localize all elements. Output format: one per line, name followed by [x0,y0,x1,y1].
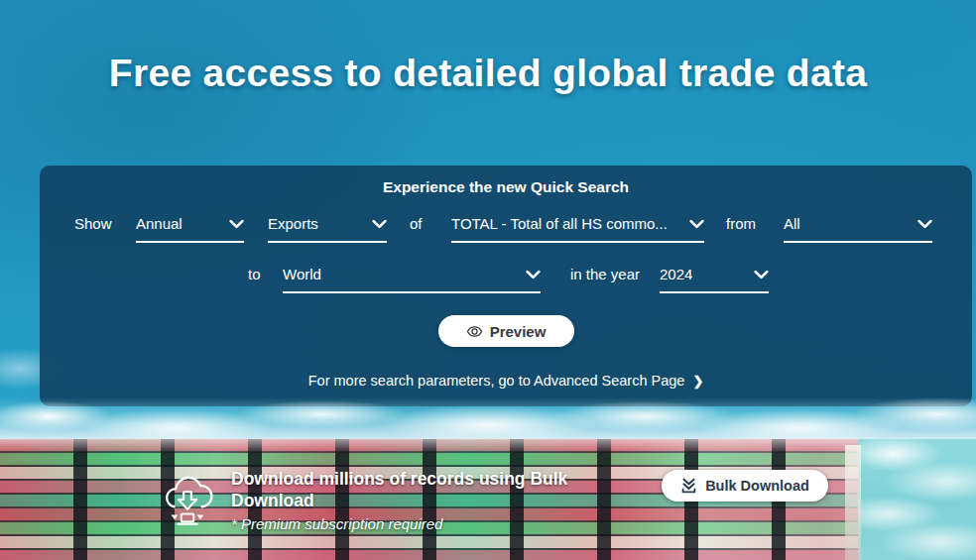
advanced-search-text: For more search parameters, go to Advanc… [308,373,685,389]
reporter-value: All [784,215,800,232]
hero-section: Free access to detailed global trade dat… [0,0,976,439]
chevron-down-icon [754,270,769,280]
chevron-down-icon [526,270,541,280]
cloud-download-icon [159,472,216,527]
bulk-download-section: Download millions of records using Bulk … [0,439,976,560]
ocean-wake-image [858,439,976,560]
commodity-dropdown[interactable]: TOTAL - Total of all HS commo... [451,215,704,243]
bulk-download-heading: Download millions of records using Bulk … [231,468,588,511]
partner-dropdown[interactable]: World [283,266,541,293]
reporter-dropdown[interactable]: All [784,215,932,243]
advanced-search-link[interactable]: For more search parameters, go to Advanc… [40,373,972,390]
quick-search-heading: Experience the new Quick Search [40,179,972,195]
chevron-down-icon [372,219,387,229]
year-value: 2024 [660,266,692,282]
frequency-value: Annual [136,215,183,232]
crane-structure [845,445,861,560]
partner-value: World [283,266,321,282]
show-label: Show [74,215,136,232]
bulk-download-text: Download millions of records using Bulk … [231,468,588,532]
to-label: to [248,266,283,282]
quick-search-panel: Experience the new Quick Search Show Ann… [40,166,972,406]
premium-note: * Premium subscription required [231,515,588,532]
chevron-right-icon: ❯ [692,374,703,389]
of-label: of [410,215,451,232]
quick-search-row-2: to World in the year 2024 [40,266,972,293]
in-the-year-label: in the year [570,266,660,282]
chevron-down-icon [229,219,244,229]
chevron-down-icon [917,219,932,229]
from-label: from [726,215,784,232]
eye-icon [466,323,483,340]
trade-flow-dropdown[interactable]: Exports [268,215,387,243]
commodity-value: TOTAL - Total of all HS commo... [451,215,668,232]
page-title: Free access to detailed global trade dat… [0,52,976,95]
chevron-down-icon [689,219,704,229]
frequency-dropdown[interactable]: Annual [136,215,244,243]
bulk-download-label: Bulk Download [705,478,809,494]
bulk-download-button[interactable]: Bulk Download [662,470,828,502]
trade-flow-value: Exports [268,215,318,232]
quick-search-row-1: Show Annual Exports of TOTAL - Total of … [40,215,972,243]
preview-button[interactable]: Preview [438,315,574,347]
download-icon [680,478,697,494]
preview-label: Preview [490,323,547,340]
year-dropdown[interactable]: 2024 [660,266,769,293]
